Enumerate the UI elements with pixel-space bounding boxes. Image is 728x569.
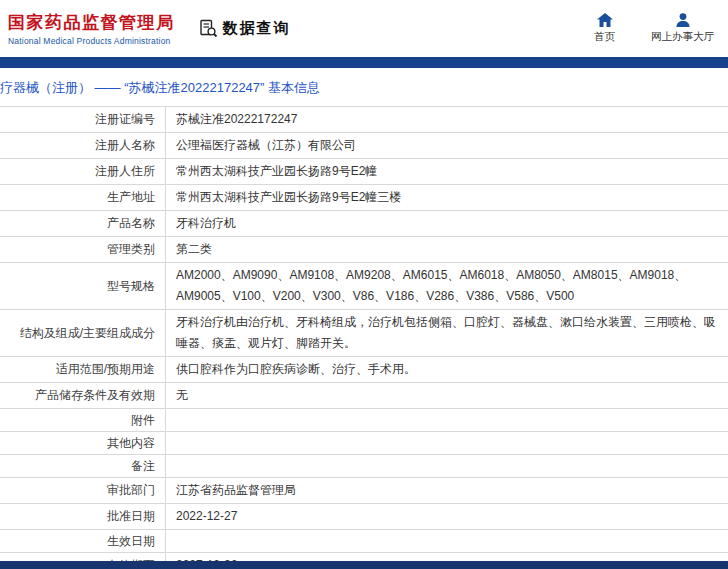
- row-label: 产品名称: [0, 211, 166, 236]
- header: 国家药品监督管理局 National Medical Products Admi…: [0, 0, 728, 57]
- row-label: 结构及组成/主要组成成分: [0, 310, 166, 356]
- table-row: 型号规格 AM2000、AM9090、AM9108、AM9208、AM6015、…: [0, 263, 728, 310]
- nav-home[interactable]: 首页: [594, 13, 615, 44]
- row-label: 注册人住所: [0, 159, 166, 184]
- row-value: 公理福医疗器械（江苏）有限公司: [166, 133, 728, 158]
- row-value: AM2000、AM9090、AM9108、AM9208、AM6015、AM601…: [166, 263, 728, 309]
- row-value: 苏械注准20222172247: [166, 107, 728, 132]
- row-label: 管理类别: [0, 237, 166, 262]
- user-icon: [675, 13, 691, 27]
- footer-bar: [0, 561, 728, 569]
- table-row: 备注: [0, 455, 728, 478]
- table-row: 附件: [0, 409, 728, 432]
- row-label: 其他内容: [0, 432, 166, 454]
- table-row: 审批部门 江苏省药品监督管理局: [0, 478, 728, 504]
- header-divider-bar: [0, 57, 728, 68]
- row-label: 适用范围/预期用途: [0, 357, 166, 382]
- row-value: [166, 455, 728, 477]
- table-row: 生效日期: [0, 530, 728, 553]
- home-icon: [597, 13, 613, 27]
- table-row: 注册人名称 公理福医疗器械（江苏）有限公司: [0, 133, 728, 159]
- table-row: 批准日期 2022-12-27: [0, 504, 728, 530]
- data-query-title: 数据查询: [223, 19, 291, 38]
- row-value: 常州西太湖科技产业园长扬路9号E2幢: [166, 159, 728, 184]
- registration-info-table: 注册证编号 苏械注准20222172247 注册人名称 公理福医疗器械（江苏）有…: [0, 106, 728, 569]
- row-value: 2022-12-27: [166, 504, 728, 529]
- row-value: 牙科治疗机由治疗机、牙科椅组成，治疗机包括侧箱、口腔灯、器械盘、漱口给水装置、三…: [166, 310, 728, 356]
- row-value: 牙科治疗机: [166, 211, 728, 236]
- page-title: 医疗器械（注册） —— “苏械注准20222172247” 基本信息: [0, 79, 728, 97]
- table-row: 注册人住所 常州西太湖科技产业园长扬路9号E2幢: [0, 159, 728, 185]
- row-label: 型号规格: [0, 263, 166, 309]
- row-value: [166, 409, 728, 431]
- table-row: 生产地址 常州西太湖科技产业园长扬路9号E2幢三楼: [0, 185, 728, 211]
- data-query-section: 数据查询: [199, 19, 291, 38]
- table-row: 适用范围/预期用途 供口腔科作为口腔疾病诊断、治疗、手术用。: [0, 357, 728, 383]
- table-row: 管理类别 第二类: [0, 237, 728, 263]
- table-row: 注册证编号 苏械注准20222172247: [0, 107, 728, 133]
- agency-name-en: National Medical Products Administration: [8, 36, 175, 46]
- data-query-icon: [199, 19, 218, 38]
- row-label: 附件: [0, 409, 166, 431]
- row-label: 批准日期: [0, 504, 166, 529]
- table-row: 结构及组成/主要组成成分 牙科治疗机由治疗机、牙科椅组成，治疗机包括侧箱、口腔灯…: [0, 310, 728, 357]
- agency-brand[interactable]: 国家药品监督管理局 National Medical Products Admi…: [8, 11, 175, 46]
- row-value: [166, 530, 728, 552]
- row-label: 备注: [0, 455, 166, 477]
- row-label: 注册人名称: [0, 133, 166, 158]
- row-value: 常州西太湖科技产业园长扬路9号E2幢三楼: [166, 185, 728, 210]
- row-value: [166, 432, 728, 454]
- row-value: 江苏省药品监督管理局: [166, 478, 728, 503]
- page: 国家药品监督管理局 National Medical Products Admi…: [0, 0, 728, 569]
- row-value: 无: [166, 383, 728, 408]
- table-row: 产品储存条件及有效期 无: [0, 383, 728, 409]
- row-value: 第二类: [166, 237, 728, 262]
- table-row: 其他内容: [0, 432, 728, 455]
- nav-online-hall[interactable]: 网上办事大厅: [651, 13, 714, 44]
- row-label: 注册证编号: [0, 107, 166, 132]
- table-row: 产品名称 牙科治疗机: [0, 211, 728, 237]
- row-label: 生产地址: [0, 185, 166, 210]
- nav-online-hall-label: 网上办事大厅: [651, 30, 714, 44]
- row-label: 产品储存条件及有效期: [0, 383, 166, 408]
- row-label: 生效日期: [0, 530, 166, 552]
- row-value: 供口腔科作为口腔疾病诊断、治疗、手术用。: [166, 357, 728, 382]
- nav-home-label: 首页: [594, 30, 615, 44]
- agency-name-cn: 国家药品监督管理局: [8, 11, 175, 34]
- row-label: 审批部门: [0, 478, 166, 503]
